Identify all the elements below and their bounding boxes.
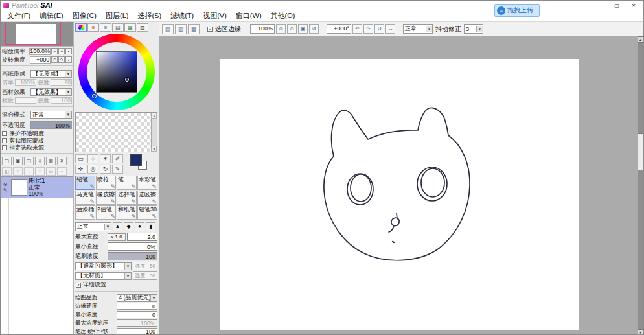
tool-bucket[interactable]: 油漆桶✎ <box>75 205 95 220</box>
view-zoom-value[interactable]: 100% <box>250 24 275 34</box>
tool-paper-pen[interactable]: 和纸笔✎ <box>117 205 137 220</box>
color-wheel[interactable] <box>78 34 155 110</box>
brush-shape-4-button[interactable]: ▮ <box>146 222 155 231</box>
blend-mode-select[interactable]: 正常 ▼ <box>30 111 72 119</box>
rect-select-tool[interactable]: ▭ <box>75 154 86 163</box>
scroll-up-icon[interactable]: ▲ <box>152 113 157 119</box>
view-rotation-value[interactable]: +000° <box>327 24 351 34</box>
view-zoom-out-button[interactable]: ⊖ <box>287 24 297 34</box>
close-button[interactable]: ✕ <box>625 1 642 10</box>
upload-button[interactable]: ∞ 拖拽上传 <box>494 4 540 17</box>
new-folder-button[interactable]: ▣ <box>13 157 23 165</box>
menu-filter[interactable]: 滤镜(T) <box>166 10 198 22</box>
max-diameter-slider[interactable]: 2.0 <box>127 233 157 241</box>
tool-select-pen[interactable]: 选择笔✎ <box>117 191 137 205</box>
selection-source-checkbox[interactable] <box>2 145 7 150</box>
rotate-cw-button[interactable]: ↷ <box>363 24 373 34</box>
clip-layer-button[interactable]: ▫ <box>35 167 45 176</box>
tool-airbrush[interactable]: 喷枪✎ <box>96 176 116 190</box>
pen-tool[interactable]: ✎ <box>112 165 123 174</box>
stabilizer-select[interactable]: 3 ▼ <box>464 24 483 34</box>
duplicate-layer-button[interactable]: ◫ <box>24 157 34 165</box>
nav-rotate-reset-button[interactable]: ▪ <box>65 56 72 63</box>
menu-image[interactable]: 图像(C) <box>68 10 101 22</box>
brush-texture-select[interactable]: 【无材质】 ▼ <box>75 272 132 280</box>
layer-visibility-icon[interactable]: ⊙ <box>3 181 8 187</box>
layer-row[interactable]: ⊙ ✎ 图层1 正常 100% <box>1 177 73 198</box>
min-diameter-slider[interactable]: 0% <box>108 242 157 251</box>
menu-window[interactable]: 窗口(W) <box>231 10 266 22</box>
merge-down-button[interactable]: ⇩ <box>35 157 45 165</box>
foreground-color-swatch[interactable] <box>130 154 142 166</box>
color-wheel-button[interactable] <box>75 23 87 32</box>
tool-marker[interactable]: 马克笔✎ <box>75 191 95 205</box>
clear-layer-button[interactable]: ⊠ <box>46 157 56 165</box>
remove-mask-button[interactable]: ⊟ <box>46 167 56 176</box>
toolbar-doc-button-1[interactable]: ▤ <box>162 24 174 34</box>
move-layer-down-button[interactable]: ↓ <box>24 167 34 176</box>
quality-select[interactable]: 4 (品质优先) ▼ <box>117 294 157 302</box>
tool-eraser[interactable]: 橡皮擦✎ <box>96 191 116 205</box>
magic-wand-tool[interactable]: ✶ <box>100 154 111 163</box>
rotate-reset-button[interactable]: ↺ <box>374 24 384 34</box>
scratchpad-panel[interactable]: ▲ ▼ <box>75 112 157 152</box>
delete-layer-button[interactable]: ✕ <box>57 157 67 165</box>
nav-rotate-ccw-button[interactable]: ↶ <box>51 56 58 63</box>
selection-edge-checkbox[interactable]: ✓ <box>207 27 213 32</box>
move-tool[interactable]: ✛ <box>75 165 86 174</box>
scroll-down-button[interactable]: ▼ <box>638 329 643 335</box>
texture-strength-box[interactable]: 强度 50 <box>133 271 157 280</box>
layer-mask-button[interactable]: ◧ <box>2 167 12 176</box>
scroll-up-button[interactable]: ▲ <box>638 36 643 43</box>
tool-brush[interactable]: 笔✎ <box>117 176 137 190</box>
nav-rotate-cw-button[interactable]: ↷ <box>58 56 65 63</box>
swatches-button[interactable]: ▦ <box>124 23 136 32</box>
shape-strength-box[interactable]: 强度 50 <box>133 262 157 270</box>
lasso-tool[interactable]: ◌ <box>87 154 98 163</box>
clipping-mask-checkbox[interactable] <box>2 138 7 143</box>
hue-marker[interactable] <box>92 94 97 98</box>
nav-zoom-in-button[interactable]: + <box>58 48 65 54</box>
tool-select-eraser[interactable]: 选区擦✎ <box>137 191 157 205</box>
tool-binary-pen[interactable]: 2值笔✎ <box>96 205 116 220</box>
nav-zoom-out-button[interactable]: − <box>51 48 58 54</box>
brush-shape-3-button[interactable]: ● <box>135 222 144 231</box>
view-zoom-reset-button[interactable]: ↺ <box>309 24 319 34</box>
protect-opacity-checkbox[interactable] <box>2 131 7 136</box>
paint-mode-select[interactable]: 正常 ▼ <box>403 24 433 34</box>
flip-view-button[interactable]: ↔ <box>385 24 395 34</box>
maximize-button[interactable]: ▢ <box>608 1 625 10</box>
density-slider[interactable]: 100 <box>108 252 157 260</box>
tool-watercolor[interactable]: 水彩笔✎ <box>137 176 157 190</box>
pressure-hard-soft-value[interactable]: 100 <box>117 328 157 335</box>
paper-texture-select[interactable]: 【无质感】 ▼ <box>30 70 72 78</box>
rotate-ccw-button[interactable]: ↶ <box>352 24 362 34</box>
canvas-page[interactable] <box>220 59 579 330</box>
brush-edge-shape-select[interactable]: 【通常的圆形】 ▼ <box>75 262 132 270</box>
menu-file[interactable]: 文件(F) <box>3 10 35 22</box>
paper-effect-select[interactable]: 【无效果】 ▼ <box>30 88 72 96</box>
view-zoom-fit-button[interactable]: ▣ <box>298 24 308 34</box>
menu-select[interactable]: 选择(S) <box>133 10 166 22</box>
toolbar-doc-button-2[interactable]: ▥ <box>175 24 187 34</box>
brush-shape-2-button[interactable]: ◆ <box>124 222 133 231</box>
minimize-button[interactable]: — <box>592 1 608 10</box>
scratchpad-button[interactable]: ▨ <box>137 23 148 32</box>
advanced-settings-checkbox[interactable]: ✓ <box>76 283 81 288</box>
diameter-unit-button[interactable]: x 1.0 <box>108 233 126 241</box>
view-zoom-in-button[interactable]: ⊕ <box>276 24 286 34</box>
menu-layer[interactable]: 图层(L) <box>101 10 133 22</box>
nav-zoom-reset-button[interactable]: ▪ <box>65 48 72 54</box>
move-layer-up-button[interactable]: ↑ <box>13 167 23 176</box>
color-mixer-button[interactable]: ▤ <box>112 23 124 32</box>
eyedropper-tool[interactable]: ✐ <box>112 154 123 163</box>
min-density-value[interactable]: 0 <box>117 311 157 318</box>
zoom-tool[interactable]: ◎ <box>87 165 98 174</box>
rgb-sliders-button[interactable]: ≡ <box>87 23 99 32</box>
tool-pencil[interactable]: 铅笔✎ <box>75 176 95 190</box>
vertical-scrollbar[interactable]: ▲ ▼ <box>638 36 643 335</box>
scratchpad-scrollbar[interactable]: ▲ ▼ <box>151 113 157 152</box>
max-density-pressure-value[interactable]: 100% <box>117 319 157 327</box>
menu-edit[interactable]: 编辑(E) <box>35 10 68 22</box>
sv-marker[interactable] <box>125 78 129 82</box>
